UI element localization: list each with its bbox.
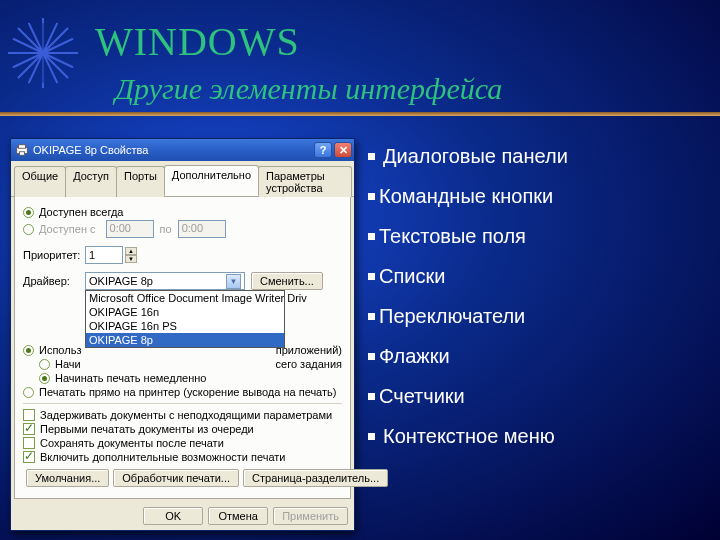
- driver-combo[interactable]: OKIPAGE 8p ▼ Microsoft Office Document I…: [85, 272, 245, 290]
- apply-button[interactable]: Применить: [273, 507, 348, 525]
- priority-spinner[interactable]: 1: [85, 246, 123, 264]
- label-start-now: Начинать печать немедленно: [55, 372, 206, 384]
- label-po: по: [160, 223, 172, 235]
- radio-start-now[interactable]: [39, 373, 50, 384]
- tab-panel: Доступен всегда Доступен с 0:00 по 0:00 …: [14, 197, 351, 499]
- bullet-item: Текстовые поля: [368, 225, 568, 248]
- label-spool-use: Использ: [39, 344, 81, 356]
- defaults-button[interactable]: Умолчания...: [26, 469, 109, 487]
- driver-dropdown: Microsoft Office Document Image Writer D…: [85, 290, 285, 348]
- label-hold: Задерживать документы с неподходящими па…: [40, 409, 332, 421]
- label-driver: Драйвер:: [23, 275, 85, 287]
- bullet-item: Контекстное меню: [368, 425, 568, 448]
- title-underline: [0, 112, 720, 116]
- driver-option[interactable]: OKIPAGE 16n PS: [86, 319, 284, 333]
- bullet-item: Диалоговые панели: [368, 145, 568, 168]
- radio-start-after[interactable]: [39, 359, 50, 370]
- label-priority: Приоритет:: [23, 249, 85, 261]
- label-firstq: Первыми печатать документы из очереди: [40, 423, 254, 435]
- tab-device[interactable]: Параметры устройства: [258, 166, 352, 197]
- titlebar[interactable]: OKIPAGE 8p Свойства ? ✕: [11, 139, 354, 161]
- radio-spool[interactable]: [23, 345, 34, 356]
- svg-rect-10: [19, 145, 26, 149]
- help-button[interactable]: ?: [314, 142, 332, 158]
- label-keep: Сохранять документы после печати: [40, 437, 224, 449]
- dialog-title: OKIPAGE 8p Свойства: [33, 144, 314, 156]
- driver-option[interactable]: OKIPAGE 16n: [86, 305, 284, 319]
- close-button[interactable]: ✕: [334, 142, 352, 158]
- cancel-button[interactable]: Отмена: [208, 507, 268, 525]
- bullet-item: Флажки: [368, 345, 568, 368]
- spin-up[interactable]: ▲: [125, 247, 137, 255]
- driver-value: OKIPAGE 8p: [89, 275, 153, 287]
- slide-subtitle: Другие элементы интерфейса: [115, 72, 502, 106]
- properties-dialog: OKIPAGE 8p Свойства ? ✕ Общие Доступ Пор…: [10, 138, 355, 531]
- star-decoration: [8, 18, 78, 88]
- bullet-item: Переключатели: [368, 305, 568, 328]
- print-processor-button[interactable]: Обработчик печати...: [113, 469, 239, 487]
- svg-rect-11: [19, 152, 24, 156]
- bullet-item: Счетчики: [368, 385, 568, 408]
- tab-strip: Общие Доступ Порты Дополнительно Парамет…: [11, 161, 354, 197]
- ok-button[interactable]: OK: [143, 507, 203, 525]
- label-print-direct: Печатать прямо на принтер (ускорение выв…: [39, 386, 336, 398]
- divider: [23, 403, 342, 404]
- printer-icon: [15, 143, 29, 157]
- separator-page-button[interactable]: Страница-разделитель...: [243, 469, 388, 487]
- check-firstq[interactable]: [23, 423, 35, 435]
- radio-print-direct[interactable]: [23, 387, 34, 398]
- tab-ports[interactable]: Порты: [116, 166, 165, 197]
- time-to[interactable]: 0:00: [178, 220, 226, 238]
- bullet-list: Диалоговые панели Командные кнопки Текст…: [368, 145, 568, 465]
- radio-available-from[interactable]: [23, 224, 34, 235]
- check-extra[interactable]: [23, 451, 35, 463]
- label-available-always: Доступен всегда: [39, 206, 123, 218]
- tab-general[interactable]: Общие: [14, 166, 66, 197]
- change-button[interactable]: Сменить...: [251, 272, 323, 290]
- label-extra: Включить дополнительные возможности печа…: [40, 451, 285, 463]
- bullet-item: Списки: [368, 265, 568, 288]
- label-spool-suffix: приложений): [276, 344, 342, 356]
- chevron-down-icon[interactable]: ▼: [226, 274, 241, 289]
- check-hold[interactable]: [23, 409, 35, 421]
- label-available-from: Доступен с: [39, 223, 96, 235]
- priority-value: 1: [89, 249, 95, 261]
- time-from[interactable]: 0:00: [106, 220, 154, 238]
- bullet-item: Командные кнопки: [368, 185, 568, 208]
- driver-option[interactable]: OKIPAGE 8p: [86, 333, 284, 347]
- check-keep[interactable]: [23, 437, 35, 449]
- radio-available-always[interactable]: [23, 207, 34, 218]
- driver-option[interactable]: Microsoft Office Document Image Writer D…: [86, 291, 284, 305]
- slide-title: WINDOWS: [95, 18, 300, 65]
- tab-access[interactable]: Доступ: [65, 166, 117, 197]
- dialog-button-row: OK Отмена Применить: [11, 502, 354, 530]
- label-start-after-suffix: сего задания: [276, 358, 342, 370]
- label-start-after: Начи: [55, 358, 81, 370]
- spin-down[interactable]: ▼: [125, 255, 137, 263]
- tab-advanced[interactable]: Дополнительно: [164, 165, 259, 196]
